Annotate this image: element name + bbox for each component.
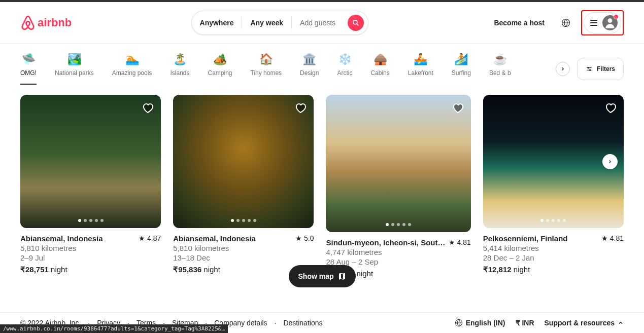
category-label: Bed & b (489, 69, 511, 77)
category-label: Islands (170, 69, 189, 77)
show-map-label: Show map (298, 272, 333, 280)
airbnb-logo-icon (20, 15, 36, 31)
category-camping[interactable]: 🏕️Camping (208, 53, 232, 85)
chevron-right-icon (607, 159, 613, 164)
categories-next-button[interactable] (556, 62, 570, 76)
svg-line-1 (357, 24, 359, 26)
show-map-button[interactable]: Show map (288, 265, 355, 287)
image-dots (483, 219, 624, 222)
wishlist-button[interactable] (452, 102, 464, 116)
category-label: Cabins (370, 69, 389, 77)
globe-icon (561, 18, 570, 27)
category-omg-[interactable]: 🛸OMG! (20, 53, 37, 85)
search-icon (352, 19, 359, 26)
listing-location: Abiansemal, Indonesia (20, 234, 103, 243)
category-label: Surfing (452, 69, 471, 77)
listing-distance: 4,747 kilometres (326, 248, 470, 256)
category-label: Camping (208, 69, 232, 77)
category-surfing[interactable]: 🏄Surfing (452, 53, 471, 85)
listing-image (483, 95, 624, 228)
listing-dates: 28 Dec – 2 Jan (483, 253, 624, 262)
logo[interactable]: airbnb (20, 15, 72, 31)
become-host-link[interactable]: Become a host (488, 13, 551, 33)
listing-dates: 2–9 Jul (20, 253, 161, 262)
category-lakefront[interactable]: 🚣Lakefront (408, 53, 433, 85)
image-dots (173, 219, 314, 222)
listing-price: ₹12,812 night (483, 265, 624, 274)
listing-distance: 5,414 kilometres (483, 244, 624, 252)
category-label: Tiny homes (251, 69, 282, 77)
wishlist-button[interactable] (142, 102, 154, 116)
svg-point-0 (353, 20, 357, 24)
heart-icon (142, 102, 154, 114)
listing-rating: ★ 4.81 (601, 234, 624, 242)
notification-dot (614, 14, 619, 19)
listing-rating: ★ 5.0 (295, 234, 314, 242)
heart-icon (604, 102, 617, 114)
listing-image (20, 95, 161, 228)
listing-card[interactable]: Pelkosenniemi, Finland★ 4.815,414 kilome… (483, 95, 624, 278)
category-label: Lakefront (408, 69, 433, 77)
category-icon: 🏠 (259, 53, 273, 65)
listing-location: Sindun-myeon, Icheon-si, Sout… (326, 238, 445, 247)
brand-text: airbnb (38, 16, 72, 29)
category-icon: 🛸 (22, 53, 36, 65)
category-icon: 🏛️ (302, 53, 316, 65)
wishlist-button[interactable] (294, 102, 307, 116)
image-next-button[interactable] (602, 154, 618, 169)
hamburger-icon (590, 20, 597, 26)
user-menu-highlight (581, 10, 624, 35)
category-icon: 🏊 (125, 53, 139, 65)
category-arctic[interactable]: ❄️Arctic (337, 53, 352, 85)
listing-location: Pelkosenniemi, Finland (483, 234, 568, 243)
category-icon: ❄️ (338, 53, 352, 65)
search-button[interactable] (348, 15, 364, 31)
listing-card[interactable]: Abiansemal, Indonesia★ 4.875,810 kilomet… (20, 95, 161, 278)
svg-point-5 (588, 67, 589, 68)
search-guests[interactable]: Add guests (292, 19, 344, 27)
category-icon: 🚣 (414, 53, 427, 65)
image-dots (326, 223, 470, 226)
avatar (602, 15, 618, 30)
category-icon: 🏄 (454, 53, 468, 65)
image-dots (20, 219, 161, 222)
listing-card[interactable]: Sindun-myeon, Icheon-si, Sout…★ 4.814,74… (326, 95, 470, 278)
category-tiny-homes[interactable]: 🏠Tiny homes (251, 53, 282, 85)
category-islands[interactable]: 🏝️Islands (170, 53, 189, 85)
wishlist-button[interactable] (604, 102, 617, 116)
category-label: Amazing pools (112, 69, 152, 77)
category-label: OMG! (20, 69, 37, 77)
listing-distance: 5,810 kilometres (20, 244, 161, 252)
category-design[interactable]: 🏛️Design (300, 53, 319, 85)
category-icon: 🏝️ (173, 53, 187, 65)
svg-point-7 (590, 69, 591, 70)
category-bed-b[interactable]: ☕Bed & b (489, 53, 511, 85)
sliders-icon (586, 65, 593, 72)
category-icon: ☕ (493, 53, 507, 65)
filters-button[interactable]: Filters (577, 58, 624, 80)
category-icon: 🏞️ (67, 53, 81, 65)
category-amazing-pools[interactable]: 🏊Amazing pools (112, 53, 152, 85)
language-button[interactable] (556, 13, 576, 33)
listing-image (326, 95, 470, 232)
category-national-parks[interactable]: 🏞️National parks (55, 53, 94, 85)
listing-location: Abiansemal, Indonesia (173, 234, 256, 243)
svg-point-3 (608, 18, 613, 23)
search-anywhere[interactable]: Anywhere (192, 19, 242, 27)
filters-label: Filters (597, 65, 615, 72)
category-cabins[interactable]: 🛖Cabins (370, 53, 389, 85)
listing-rating: ★ 4.81 (449, 238, 471, 246)
category-icon: 🛖 (374, 53, 387, 65)
chevron-right-icon (560, 66, 565, 71)
search-anyweek[interactable]: Any week (242, 19, 291, 27)
listing-card[interactable]: Abiansemal, Indonesia★ 5.05,810 kilometr… (173, 95, 314, 278)
category-label: National parks (55, 69, 94, 77)
heart-icon (294, 102, 307, 114)
heart-icon (452, 102, 464, 114)
listing-dates: 13–18 Dec (173, 253, 314, 262)
search-pill: Anywhere Any week Add guests (191, 11, 369, 35)
listing-image (173, 95, 314, 228)
map-icon (338, 272, 346, 280)
user-menu-button[interactable] (584, 12, 621, 33)
listing-distance: 5,810 kilometres (173, 244, 314, 252)
